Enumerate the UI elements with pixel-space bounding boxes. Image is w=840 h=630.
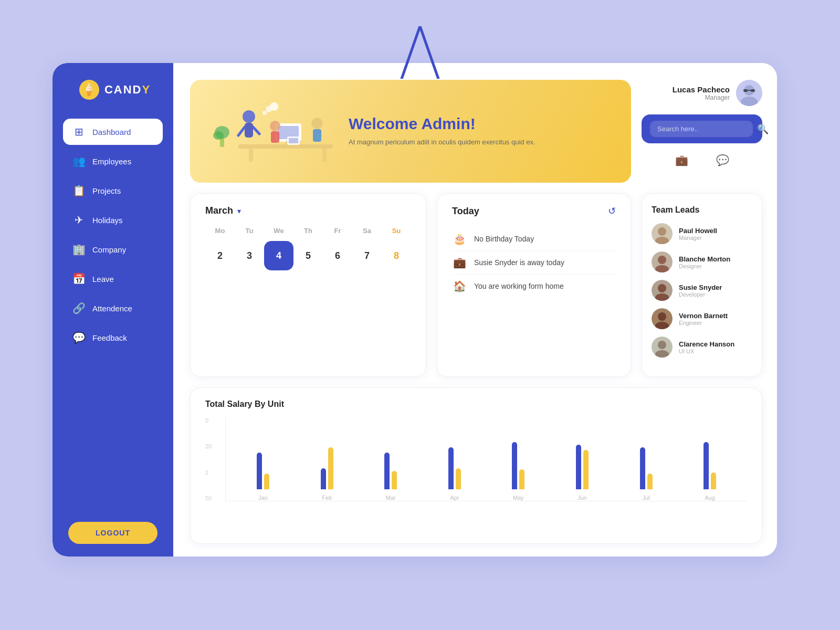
clarence-avatar	[652, 337, 673, 358]
chart-label-jan: Jan	[258, 495, 268, 501]
svg-line-11	[253, 127, 259, 134]
chart-label-jun: Jun	[578, 495, 587, 501]
bar-aug-blue	[704, 442, 709, 489]
bar-apr-blue	[448, 447, 454, 489]
svg-point-32	[658, 227, 666, 236]
bar-may-yellow	[519, 469, 524, 489]
chart-label-feb: Feb	[322, 495, 332, 501]
salary-title: Total Salary By Unit	[205, 400, 747, 409]
right-panel: Lucas Pacheco Manager	[642, 80, 762, 166]
bar-feb-yellow	[328, 447, 333, 489]
logo: 🍦 CANDY	[75, 80, 151, 100]
logout-button[interactable]: LOGOUT	[68, 522, 158, 544]
chart-y-axis: 50 2 20 0	[205, 417, 217, 501]
bottom-row: Total Salary By Unit 50 2 20 0	[190, 387, 762, 544]
calendar-month: March	[205, 205, 233, 216]
bar-jul-blue	[640, 447, 645, 489]
employees-icon: 👥	[72, 155, 85, 167]
calendar-dates: 2 3 4 5 6 7 8	[205, 241, 411, 270]
bar-feb-blue	[321, 468, 326, 489]
day-th: Th	[293, 227, 323, 235]
search-input[interactable]	[650, 121, 753, 137]
sidebar-item-holidays[interactable]: ✈ Holidays	[63, 207, 163, 233]
sidebar-item-company[interactable]: 🏢 Company	[63, 236, 163, 262]
chart-col-jan: Jan	[257, 453, 269, 501]
day-sa: Sa	[352, 227, 382, 235]
user-details: Lucas Pacheco Manager	[673, 85, 730, 101]
chart-col-mar: Mar	[384, 453, 397, 501]
day-mo: Mo	[205, 227, 235, 235]
svg-rect-13	[271, 131, 279, 143]
calendar-dropdown[interactable]: ▾	[237, 207, 241, 215]
top-row: Welcome Admin! At magnum periculum adiit…	[190, 80, 762, 183]
user-name: Lucas Pacheco	[673, 85, 730, 94]
away-icon: 💼	[452, 256, 467, 269]
sidebar-item-leave[interactable]: 📅 Leave	[63, 266, 163, 292]
sidebar-item-label: Attendence	[92, 304, 132, 313]
today-item-away: 💼 Susie Snyder is away today	[452, 251, 616, 275]
bar-mar-yellow	[392, 471, 397, 489]
snowflake-icon[interactable]: ❄	[698, 154, 707, 166]
chart-col-jun: Jun	[576, 445, 589, 501]
calendar-days-header: Mo Tu We Th Fr Sa Su	[205, 227, 411, 235]
briefcase-icon[interactable]: 💼	[675, 154, 688, 166]
susie-avatar	[652, 280, 673, 301]
chart-col-jul: Jul	[640, 447, 653, 501]
svg-rect-9	[245, 123, 253, 138]
cal-date-6[interactable]: 6	[323, 241, 352, 270]
sidebar-item-attendence[interactable]: 🔗 Attendence	[63, 295, 163, 321]
quick-icons: 💼 ❄ 💬	[642, 154, 762, 166]
vernon-avatar	[652, 308, 673, 329]
svg-point-8	[243, 110, 255, 123]
today-item-text: You are working form home	[474, 282, 564, 290]
chart-label-may: May	[513, 495, 524, 501]
sidebar-item-label: Dashboard	[92, 128, 131, 136]
dashboard-icon: ⊞	[72, 125, 85, 138]
sidebar-item-feedback[interactable]: 💬 Feedback	[63, 324, 163, 351]
chart-col-feb: Feb	[321, 447, 333, 501]
search-button[interactable]: 🔍	[757, 123, 769, 135]
cal-date-3[interactable]: 3	[235, 241, 264, 270]
search-box: 🔍	[642, 114, 762, 143]
vernon-info: Vernon Barnett Engineer	[679, 312, 728, 326]
cal-date-5[interactable]: 5	[293, 241, 323, 270]
refresh-icon[interactable]: ↺	[608, 205, 616, 217]
svg-point-12	[270, 121, 280, 131]
today-header: Today ↺	[452, 205, 616, 217]
team-leads-title: Team Leads	[652, 205, 752, 215]
sidebar-item-projects[interactable]: 📋 Projects	[63, 177, 163, 204]
chart-label-apr: Apr	[450, 495, 459, 501]
team-lead-susie: Susie Snyder Developer	[652, 280, 752, 301]
svg-rect-4	[322, 149, 327, 162]
chart-col-apr: Apr	[448, 447, 461, 501]
svg-point-35	[658, 256, 666, 264]
sidebar-item-dashboard[interactable]: ⊞ Dashboard	[63, 119, 163, 145]
sidebar: 🍦 CANDY ⊞ Dashboard 👥 Employees 📋 Projec…	[52, 63, 173, 556]
clarence-info: Clarence Hanson UI UX	[679, 340, 734, 354]
today-card: Today ↺ 🎂 No Birthday Today 💼 Susie Snyd…	[437, 193, 631, 377]
chart-col-may: May	[512, 442, 524, 501]
chat-icon[interactable]: 💬	[716, 154, 729, 166]
bar-mar-blue	[384, 453, 390, 489]
chart-label-mar: Mar	[386, 495, 396, 501]
welcome-banner: Welcome Admin! At magnum periculum adiit…	[190, 80, 631, 183]
sidebar-item-label: Company	[92, 245, 126, 254]
cal-date-8[interactable]: 8	[382, 241, 411, 270]
cal-date-4[interactable]: 4	[264, 241, 293, 270]
middle-row: March ▾ Mo Tu We Th Fr Sa Su 2 3	[190, 193, 762, 377]
sidebar-item-label: Feedback	[92, 333, 127, 342]
avatar	[736, 80, 762, 106]
team-lead-blanche: Blanche Morton Designer	[652, 251, 752, 272]
projects-icon: 📋	[72, 184, 85, 197]
cal-date-7[interactable]: 7	[352, 241, 382, 270]
team-lead-paul: Paul Howell Manager	[652, 223, 752, 244]
banner-illustration	[207, 94, 338, 168]
bar-jan-blue	[257, 453, 262, 489]
cal-date-2[interactable]: 2	[205, 241, 235, 270]
day-tu: Tu	[235, 227, 264, 235]
svg-rect-2	[238, 144, 333, 149]
svg-rect-15	[313, 129, 321, 142]
sidebar-item-employees[interactable]: 👥 Employees	[63, 148, 163, 174]
logo-text: CANDY	[104, 83, 151, 97]
bar-jun-blue	[576, 445, 581, 489]
